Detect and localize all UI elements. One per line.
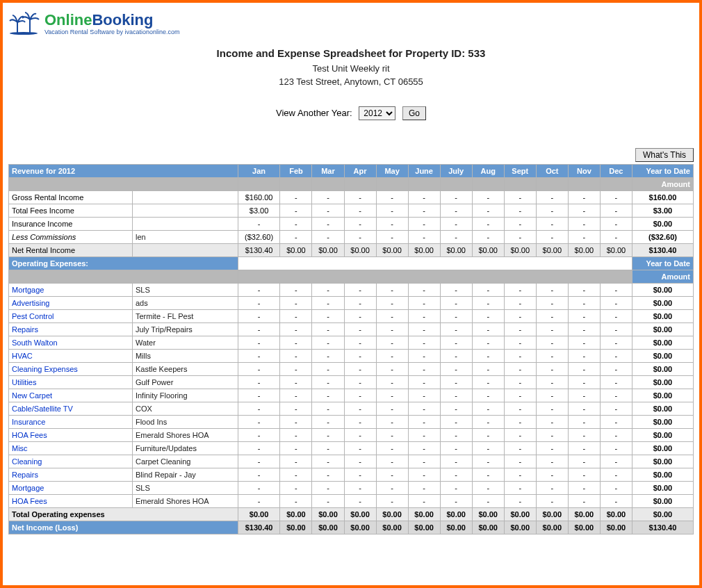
svg-rect-1 — [29, 19, 31, 33]
table-row: Insurance Income------------$0.00 — [9, 218, 694, 231]
table-row: South WaltonWater------------$0.00 — [9, 336, 694, 350]
expense-link[interactable]: Cable/Satellite TV — [9, 402, 133, 416]
total-opex-label: Total Operating expenses — [9, 508, 238, 521]
table-row: Net Rental Income$130.40$0.00$0.00$0.00$… — [9, 244, 694, 257]
table-row: MortgageSLS------------$0.00 — [9, 482, 694, 495]
table-row: Net Income (Loss)$130.40$0.00$0.00$0.00$… — [9, 521, 694, 534]
month-header: May — [376, 165, 408, 178]
month-header: Mar — [312, 165, 344, 178]
svg-rect-0 — [17, 22, 18, 33]
expense-link[interactable]: HOA Fees — [9, 429, 133, 442]
table-row: Cleaning ExpensesKastle Keepers---------… — [9, 363, 694, 376]
expense-link[interactable]: Insurance — [9, 416, 133, 429]
expense-link[interactable]: Utilities — [9, 376, 133, 389]
expense-link[interactable]: Cleaning — [9, 455, 133, 468]
expense-link[interactable]: HOA Fees — [9, 495, 133, 508]
month-header: June — [408, 165, 440, 178]
month-header: Sept — [504, 165, 536, 178]
ytd-header: Year to Date — [632, 165, 693, 178]
month-header: Aug — [472, 165, 504, 178]
table-row: RepairsBlind Repair - Jay------------$0.… — [9, 468, 694, 482]
expense-link[interactable]: Mortgage — [9, 482, 133, 495]
month-header: Dec — [600, 165, 632, 178]
month-header: Oct — [536, 165, 568, 178]
month-header: Feb — [280, 165, 312, 178]
table-row: Advertisingads------------$0.00 — [9, 297, 694, 310]
svg-point-2 — [10, 32, 38, 35]
table-row: Pest ControlTermite - FL Pest-----------… — [9, 310, 694, 323]
year-select[interactable]: 2012 — [359, 106, 395, 120]
table-row: Gross Rental Income$160.00-----------$16… — [9, 191, 694, 204]
expense-link[interactable]: Pest Control — [9, 310, 133, 323]
table-row: Total Fees Income$3.00-----------$3.00 — [9, 204, 694, 218]
month-header: Jan — [238, 165, 280, 178]
table-row: HVACMills------------$0.00 — [9, 350, 694, 363]
amount-header: Amount — [632, 178, 693, 191]
row-label: Less Commissions — [9, 231, 133, 244]
logo-text: OnlineBooking — [44, 13, 179, 28]
expense-link[interactable]: Repairs — [9, 323, 133, 336]
month-header: Apr — [344, 165, 376, 178]
row-label: Insurance Income — [9, 218, 133, 231]
revenue-header: Revenue for 2012 — [9, 165, 238, 178]
month-header: Nov — [568, 165, 600, 178]
expense-link[interactable]: Advertising — [9, 297, 133, 310]
palm-tree-icon — [8, 10, 42, 38]
net-income-label: Net Income (Loss) — [9, 521, 238, 534]
table-row: InsuranceFlood Ins------------$0.00 — [9, 416, 694, 429]
table-row: New CarpetInfinity Flooring------------$… — [9, 389, 694, 402]
whats-this-button[interactable]: What's This — [635, 148, 694, 162]
table-row: HOA FeesEmerald Shores HOA------------$0… — [9, 495, 694, 508]
table-row: Amount — [9, 178, 694, 191]
table-row: Amount — [9, 270, 694, 284]
row-label: Gross Rental Income — [9, 191, 133, 204]
table-row: HOA FeesEmerald Shores HOA------------$0… — [9, 429, 694, 442]
unit-name: Test Unit Weekly rit — [8, 63, 694, 74]
month-header: July — [440, 165, 472, 178]
expense-link[interactable]: South Walton — [9, 336, 133, 350]
expense-link[interactable]: New Carpet — [9, 389, 133, 402]
table-row: RepairsJuly Trip/Repairs------------$0.0… — [9, 323, 694, 336]
row-label: Total Fees Income — [9, 204, 133, 218]
table-row: MortgageSLS------------$0.00 — [9, 284, 694, 297]
table-row: Revenue for 2012JanFebMarAprMayJuneJulyA… — [9, 165, 694, 178]
year-label: View Another Year: — [276, 108, 352, 118]
year-picker: View Another Year: 2012 Go — [8, 106, 694, 120]
spreadsheet-table: Revenue for 2012JanFebMarAprMayJuneJulyA… — [8, 164, 694, 534]
table-row: MiscFurniture/Updates------------$0.00 — [9, 442, 694, 455]
table-row: Total Operating expenses$0.00$0.00$0.00$… — [9, 508, 694, 521]
unit-address: 123 Test Street, Anytown, CT 06555 — [8, 76, 694, 87]
logo-tagline: Vacation Rental Software by ivacationonl… — [44, 29, 179, 35]
table-row: Operating Expenses:Year to Date — [9, 257, 694, 270]
expense-link[interactable]: HVAC — [9, 350, 133, 363]
opex-header: Operating Expenses: — [9, 257, 238, 270]
go-button[interactable]: Go — [402, 106, 426, 120]
table-row: CleaningCarpet Cleaning------------$0.00 — [9, 455, 694, 468]
logo: OnlineBooking Vacation Rental Software b… — [8, 10, 694, 38]
expense-link[interactable]: Misc — [9, 442, 133, 455]
expense-link[interactable]: Repairs — [9, 468, 133, 482]
table-row: Cable/Satellite TVCOX------------$0.00 — [9, 402, 694, 416]
expense-link[interactable]: Mortgage — [9, 284, 133, 297]
net-rental-label: Net Rental Income — [9, 244, 133, 257]
page-title: Income and Expense Spreadsheet for Prope… — [8, 47, 694, 59]
table-row: UtilitiesGulf Power------------$0.00 — [9, 376, 694, 389]
expense-link[interactable]: Cleaning Expenses — [9, 363, 133, 376]
table-row: Less Commissionslen($32.60)-----------($… — [9, 231, 694, 244]
